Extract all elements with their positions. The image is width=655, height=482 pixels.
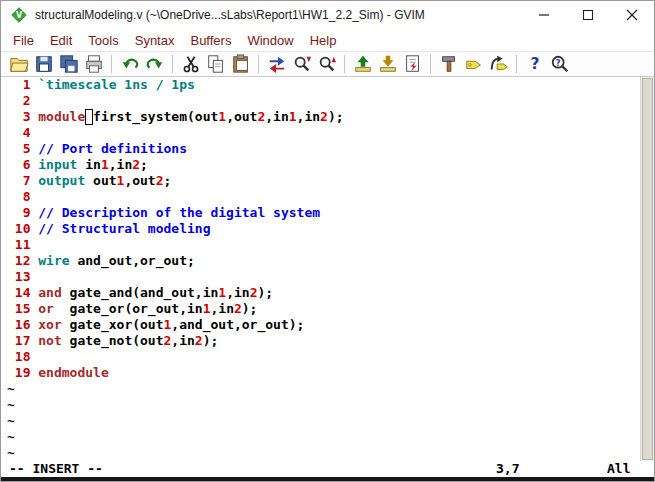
code-line[interactable]: 10// Structural modeling — [7, 221, 640, 237]
code-segment: first_system(out1,out2,in1,in2); — [93, 109, 343, 124]
code-segment: and — [38, 285, 61, 300]
cut-icon[interactable] — [178, 53, 203, 76]
close-button[interactable] — [610, 1, 654, 29]
code-line[interactable]: 18 — [7, 349, 640, 365]
code-line[interactable]: 15or gate_or(or_out,in1,in2); — [7, 301, 640, 317]
find-prev-icon[interactable] — [314, 53, 339, 76]
menu-window[interactable]: Window — [239, 31, 301, 50]
statusbar: -- INSERT -- 3,7 All — [1, 461, 654, 477]
mode-indicator: -- INSERT -- — [9, 461, 103, 476]
number-literal: 2 — [257, 109, 265, 124]
save-icon[interactable] — [31, 53, 56, 76]
window-bottom-border — [1, 477, 654, 481]
code-line[interactable]: 5// Port definitions — [7, 141, 640, 157]
code-segment: input — [38, 157, 77, 172]
code-line[interactable]: 8 — [7, 189, 640, 205]
save-all-icon[interactable] — [56, 53, 81, 76]
menu-help[interactable]: Help — [302, 31, 345, 50]
number-literal: 2 — [156, 173, 164, 188]
code-line[interactable]: 17not gate_not(out2,in2); — [7, 333, 640, 349]
empty-line-tilde: ~ — [7, 445, 640, 461]
gvim-app-icon[interactable]: V — [11, 7, 27, 23]
maximize-button[interactable] — [566, 1, 610, 29]
menu-buffers[interactable]: Buffers — [182, 31, 239, 50]
code-line[interactable]: 6input in1,in2; — [7, 157, 640, 173]
code-segment: wire — [38, 253, 69, 268]
tag-jump-icon[interactable] — [486, 53, 511, 76]
line-number: 5 — [7, 141, 30, 157]
menu-syntax[interactable]: Syntax — [127, 31, 183, 50]
toolbar-separator — [172, 55, 173, 73]
code-line[interactable]: 4 — [7, 125, 640, 141]
help-icon[interactable]: ? — [522, 53, 547, 76]
find-help-icon[interactable]: ? — [547, 53, 572, 76]
gvim-window: V structuralModeling.v (~\OneDrive...sLa… — [0, 0, 655, 482]
code-line[interactable]: 7output out1,out2; — [7, 173, 640, 189]
copy-icon[interactable] — [203, 53, 228, 76]
print-icon[interactable] — [81, 53, 106, 76]
scroll-indicator: All — [607, 461, 630, 476]
minimize-button[interactable] — [522, 1, 566, 29]
make-icon[interactable] — [436, 53, 461, 76]
undo-icon[interactable] — [117, 53, 142, 76]
code-segment: gate_not(out2,in2); — [62, 333, 219, 348]
find-replace-icon[interactable] — [264, 53, 289, 76]
svg-text:?: ? — [530, 55, 539, 73]
number-literal: 2 — [234, 301, 242, 316]
redo-icon[interactable] — [142, 53, 167, 76]
code-line[interactable]: 12wire and_out,or_out; — [7, 253, 640, 269]
menubar: FileEditToolsSyntaxBuffersWindowHelp — [1, 29, 654, 51]
line-number: 9 — [7, 205, 30, 221]
run-script-icon[interactable] — [400, 53, 425, 76]
code-area[interactable]: 1`timescale 1ns / 1ps23module first_syst… — [1, 77, 640, 461]
line-number: 7 — [7, 173, 30, 189]
load-session-icon[interactable] — [350, 53, 375, 76]
titlebar: V structuralModeling.v (~\OneDrive...sLa… — [1, 1, 654, 29]
number-literal: 1 — [218, 109, 226, 124]
code-line[interactable]: 3module first_system(out1,out2,in1,in2); — [7, 109, 640, 125]
number-literal: 1 — [289, 109, 297, 124]
code-segment: `timescale 1ns / 1ps — [38, 77, 195, 92]
scrollbar-thumb[interactable] — [642, 78, 653, 460]
code-segment: gate_xor(out1,and_out,or_out); — [62, 317, 305, 332]
code-segment: endmodule — [38, 365, 108, 380]
paste-icon[interactable] — [228, 53, 253, 76]
menu-edit[interactable]: Edit — [42, 31, 80, 50]
code-segment: // Structural modeling — [38, 221, 210, 236]
code-line[interactable]: 11 — [7, 237, 640, 253]
find-next-icon[interactable] — [289, 53, 314, 76]
code-line[interactable]: 19endmodule — [7, 365, 640, 381]
code-line[interactable]: 1`timescale 1ns / 1ps — [7, 77, 640, 93]
code-segment: // Description of the digital system — [38, 205, 320, 220]
build-tags-icon[interactable] — [461, 53, 486, 76]
code-line[interactable]: 13 — [7, 269, 640, 285]
code-line[interactable]: 16xor gate_xor(out1,and_out,or_out); — [7, 317, 640, 333]
empty-line-tilde: ~ — [7, 381, 640, 397]
code-segment: not — [38, 333, 61, 348]
line-number: 8 — [7, 189, 30, 205]
open-icon[interactable] — [6, 53, 31, 76]
code-line[interactable]: 2 — [7, 93, 640, 109]
window-title: structuralModeling.v (~\OneDrive...sLabs… — [35, 8, 522, 22]
code-segment: output — [38, 173, 85, 188]
menu-file[interactable]: File — [5, 31, 42, 50]
number-literal: 2 — [320, 109, 328, 124]
vertical-scrollbar[interactable] — [640, 77, 654, 461]
code-segment: module — [38, 109, 85, 124]
empty-line-tilde: ~ — [7, 413, 640, 429]
number-literal: 1 — [117, 173, 125, 188]
empty-line-tilde: ~ — [7, 429, 640, 445]
number-literal: 1 — [218, 285, 226, 300]
code-line[interactable]: 14and gate_and(and_out,in1,in2); — [7, 285, 640, 301]
number-literal: 1 — [203, 301, 211, 316]
line-number: 17 — [7, 333, 30, 349]
code-segment: // Port definitions — [38, 141, 187, 156]
code-line[interactable]: 9// Description of the digital system — [7, 205, 640, 221]
menu-tools[interactable]: Tools — [80, 31, 126, 50]
code-segment: and_out,or_out; — [70, 253, 195, 268]
code-segment: or — [38, 301, 54, 316]
save-session-icon[interactable] — [375, 53, 400, 76]
line-number: 15 — [7, 301, 30, 317]
line-number: 4 — [7, 125, 30, 141]
number-literal: 2 — [164, 333, 172, 348]
